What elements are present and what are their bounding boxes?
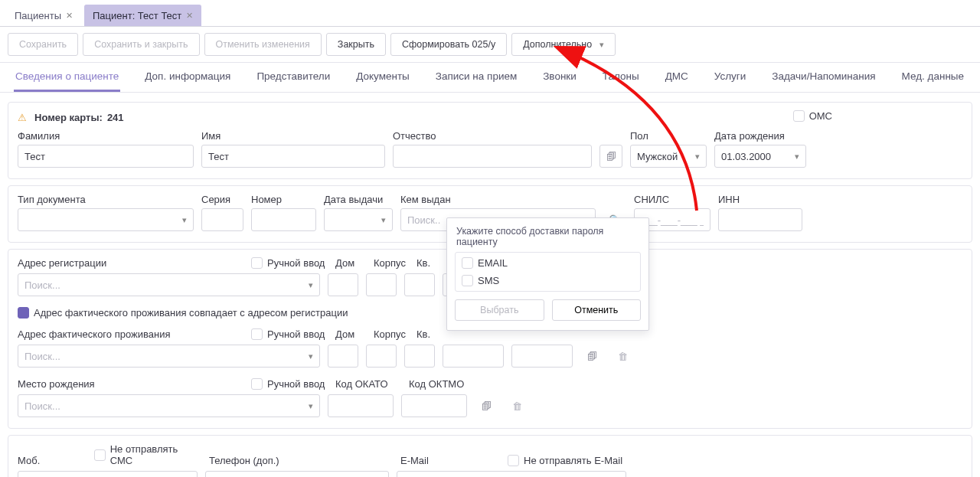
no-email-label: Не отправлять E-Mail xyxy=(524,455,622,466)
reg-address-manual-checkbox[interactable]: Ручной ввод xyxy=(251,257,325,269)
no-sms-checkbox[interactable]: Не отправлять СМС xyxy=(94,443,201,466)
actual-address-manual-checkbox[interactable]: Ручной ввод xyxy=(251,328,325,340)
manual-input-label: Ручной ввод xyxy=(267,257,325,269)
name-input[interactable] xyxy=(201,145,385,168)
birthplace-label: Место рождения xyxy=(18,378,243,390)
sex-select[interactable]: Мужской ▾ xyxy=(630,145,707,168)
popover-cancel-button[interactable]: Отменить xyxy=(552,299,642,321)
card-number-value: 241 xyxy=(107,112,124,123)
email-input[interactable] xyxy=(397,471,626,477)
actual-address-korpus-input[interactable] xyxy=(366,345,397,368)
patronymic-input[interactable] xyxy=(393,145,592,168)
phone2-label: Телефон (доп.) xyxy=(209,455,393,466)
tab-med-data[interactable]: Мед. данные xyxy=(900,63,966,92)
copy-icon: 🗐 xyxy=(587,351,597,362)
chevron-down-icon: ▾ xyxy=(309,280,313,290)
tab-extra-info[interactable]: Доп. информация xyxy=(143,63,232,92)
name-label: Имя xyxy=(201,130,385,142)
tab-label: Пациент: Тест Тест xyxy=(93,10,181,21)
doc-series-input[interactable] xyxy=(201,208,243,231)
chevron-down-icon: ▾ xyxy=(309,401,313,411)
chevron-down-icon: ▾ xyxy=(599,40,604,49)
oms-checkbox[interactable]: ОМС xyxy=(793,110,832,122)
birthplace-okato-input[interactable] xyxy=(328,394,394,417)
actual-address-flat-input[interactable] xyxy=(404,345,435,368)
actual-address-input[interactable] xyxy=(24,351,304,362)
house-label: Дом xyxy=(335,328,366,340)
chevron-down-icon: ▾ xyxy=(795,152,799,162)
delivery-email-checkbox[interactable]: EMAIL xyxy=(462,257,634,269)
house-label: Дом xyxy=(335,257,366,269)
actual-address-delete-button[interactable]: 🗑 xyxy=(611,345,634,368)
reg-address-input[interactable] xyxy=(24,279,304,291)
birthplace-oktmo-input[interactable] xyxy=(401,394,467,417)
dob-picker[interactable]: 01.03.2000 ▾ xyxy=(714,145,806,168)
no-email-checkbox[interactable]: Не отправлять E-Mail xyxy=(508,455,622,466)
dob-value: 01.03.2000 xyxy=(721,151,771,162)
actual-address-copy-button[interactable]: 🗐 xyxy=(580,345,603,368)
flat-label: Кв. xyxy=(416,257,447,269)
no-sms-label: Не отправлять СМС xyxy=(110,443,201,466)
reg-address-label: Адрес регистрации xyxy=(18,257,106,269)
close-button[interactable]: Закрыть xyxy=(326,33,386,56)
same-address-checkbox[interactable]: Адрес фактического проживания совпадает … xyxy=(18,307,348,319)
doctype-select[interactable]: ▾ xyxy=(18,208,194,231)
reg-address-korpus-input[interactable] xyxy=(366,273,397,296)
tab-patient-info[interactable]: Сведения о пациенте xyxy=(14,63,120,92)
reg-address-combo[interactable]: ▾ xyxy=(18,273,320,296)
snils-label: СНИЛС xyxy=(634,194,710,205)
card-number-label: Номер карты: xyxy=(34,112,103,123)
tab-patients[interactable]: Пациенты ✕ xyxy=(6,5,81,26)
chevron-down-icon: ▾ xyxy=(309,351,313,361)
surname-input[interactable] xyxy=(18,145,194,168)
cancel-changes-button[interactable]: Отменить изменения xyxy=(204,33,322,56)
patronymic-label: Отчество xyxy=(393,130,592,142)
manual-input-label: Ручной ввод xyxy=(267,328,325,340)
section-tabs: Сведения о пациенте Доп. информация Пред… xyxy=(0,63,980,93)
tab-patient-detail[interactable]: Пациент: Тест Тест ✕ xyxy=(84,5,201,26)
form-025u-button[interactable]: Сформировать 025/у xyxy=(390,33,507,56)
close-icon[interactable]: ✕ xyxy=(186,11,193,21)
actual-address-oktmo-input[interactable] xyxy=(511,345,573,368)
save-close-button[interactable]: Сохранить и закрыть xyxy=(83,33,199,56)
birthplace-input[interactable] xyxy=(24,400,304,412)
birthplace-manual-checkbox[interactable]: Ручной ввод xyxy=(251,378,325,390)
copy-fullname-button[interactable]: 🗐 xyxy=(599,145,622,168)
delivery-sms-checkbox[interactable]: SMS xyxy=(462,275,634,286)
actual-address-okato-input[interactable] xyxy=(443,345,504,368)
tab-documents[interactable]: Документы xyxy=(354,63,411,92)
birthplace-copy-button[interactable]: 🗐 xyxy=(475,394,498,417)
doc-number-input[interactable] xyxy=(251,208,316,231)
close-icon[interactable]: ✕ xyxy=(66,11,73,21)
tab-dms[interactable]: ДМС xyxy=(664,63,690,92)
more-menu-button[interactable]: Дополнительно ▾ xyxy=(511,33,615,56)
oms-checkbox-label: ОМС xyxy=(809,110,832,122)
save-button[interactable]: Сохранить xyxy=(8,33,78,56)
mobile-label: Моб. xyxy=(18,455,87,466)
birthplace-delete-button[interactable]: 🗑 xyxy=(505,394,528,417)
password-delivery-popover: Укажите способ доставки пароля пациенту … xyxy=(446,217,649,331)
tab-tasks[interactable]: Задачи/Напоминания xyxy=(770,63,877,92)
tab-calls[interactable]: Звонки xyxy=(541,63,578,92)
doc-issue-date-picker[interactable]: ▾ xyxy=(324,208,393,231)
copy-icon: 🗐 xyxy=(606,151,616,162)
actual-address-combo[interactable]: ▾ xyxy=(18,345,320,368)
birthplace-combo[interactable]: ▾ xyxy=(18,394,320,417)
warning-icon: ⚠ xyxy=(18,112,27,123)
tab-representatives[interactable]: Представители xyxy=(255,63,332,92)
reg-address-flat-input[interactable] xyxy=(404,273,435,296)
reg-address-house-input[interactable] xyxy=(328,273,358,296)
phone2-input[interactable] xyxy=(205,471,389,477)
actual-address-house-input[interactable] xyxy=(328,345,358,368)
chevron-down-icon: ▾ xyxy=(182,215,187,225)
inn-input[interactable] xyxy=(718,208,802,231)
popover-choose-button[interactable]: Выбрать xyxy=(455,299,544,321)
tab-appointments[interactable]: Записи на прием xyxy=(434,63,518,92)
chevron-down-icon: ▾ xyxy=(381,215,386,225)
okato-label: Код ОКАТО xyxy=(335,378,401,390)
tab-coupons[interactable]: Талоны xyxy=(601,63,641,92)
tab-label: Пациенты xyxy=(15,10,61,21)
mobile-input[interactable] xyxy=(18,471,198,477)
tab-services[interactable]: Услуги xyxy=(713,63,748,92)
email-label: E-Mail xyxy=(400,455,500,466)
